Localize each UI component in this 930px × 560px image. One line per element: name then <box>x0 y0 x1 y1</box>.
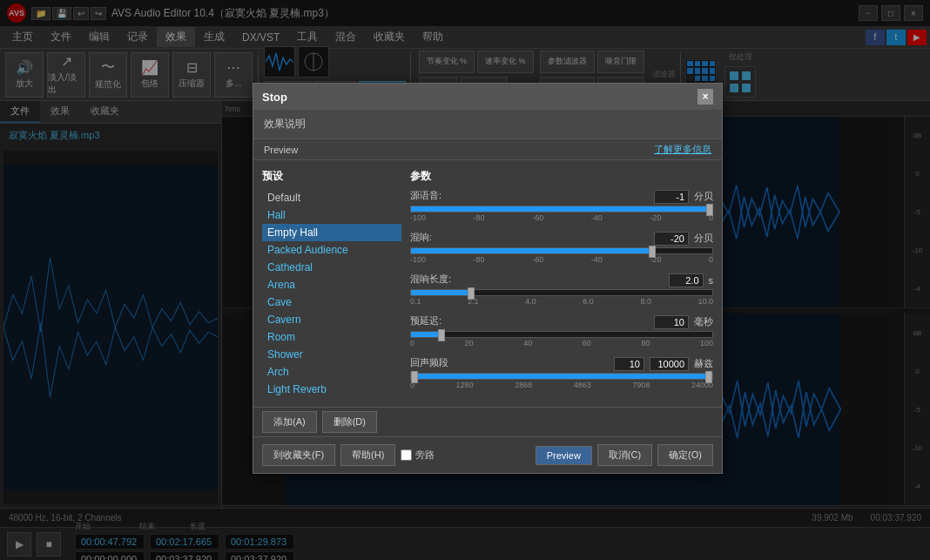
duration-fill <box>411 290 471 295</box>
effect-desc-label: 效果说明 <box>264 118 306 130</box>
preset-cavern[interactable]: Cavern <box>262 311 401 328</box>
preview-bar: Preview 了解更多信息 <box>253 139 722 160</box>
bypass-checkbox[interactable] <box>401 449 412 461</box>
duration-row: 混响长度: s 0.1 2.1 4.0 <box>410 273 713 306</box>
predelay-value[interactable] <box>654 315 689 329</box>
freq-track[interactable] <box>410 373 713 380</box>
source-vol-handle[interactable] <box>706 204 713 216</box>
preset-cathedral[interactable]: Cathedral <box>262 259 401 276</box>
freq-handle-left[interactable] <box>411 371 418 383</box>
preset-packed[interactable]: Packed Audience <box>262 241 401 259</box>
collect-btn[interactable]: 到收藏夹(F) <box>262 444 335 466</box>
preset-shower[interactable]: Shower <box>262 346 401 363</box>
source-vol-track[interactable] <box>410 206 713 213</box>
duration-slider[interactable]: 0.1 2.1 4.0 6.0 8.0 10.0 <box>410 289 713 306</box>
preset-arena[interactable]: Arena <box>262 276 401 293</box>
modal-title: Stop <box>262 91 287 104</box>
freq-label: 回声频段 <box>410 356 448 369</box>
preview-btn[interactable]: Preview <box>536 446 592 465</box>
mix-unit: 分贝 <box>694 232 713 245</box>
modal-titlebar: Stop × <box>253 84 722 110</box>
preset-room[interactable]: Room <box>262 328 401 346</box>
cancel-btn[interactable]: 取消(C) <box>597 444 652 466</box>
predelay-track[interactable] <box>410 331 713 338</box>
predelay-fill <box>411 332 441 337</box>
freq-slider[interactable]: 0 1280 2868 4863 7908 24000 <box>410 373 713 389</box>
source-vol-value[interactable] <box>654 190 689 204</box>
freq-min-value[interactable] <box>614 357 644 371</box>
modal-main: 预设 Default Hall Empty Hall Packed Audien… <box>253 160 722 407</box>
preset-default[interactable]: Default <box>262 189 401 206</box>
mix-value[interactable] <box>654 232 689 246</box>
source-vol-fill <box>411 206 710 212</box>
modal-overlay: Stop × 效果说明 Preview 了解更多信息 预设 Default Ha… <box>0 0 930 560</box>
mix-label: 混响: <box>410 231 432 244</box>
ok-btn[interactable]: 确定(O) <box>657 444 713 466</box>
modal-close-btn[interactable]: × <box>698 89 713 105</box>
effect-description: 效果说明 <box>253 110 722 139</box>
modal-footer-bottom: 到收藏夹(F) 帮助(H) 旁路 Preview 取消(C) 确定(O) <box>253 436 722 473</box>
mix-slider[interactable]: -100 -80 -60 -40 -20 0 <box>410 247 713 264</box>
duration-value[interactable] <box>669 273 704 287</box>
params-column: 参数 源语音: 分贝 -100 <box>410 169 713 398</box>
predelay-row: 预延迟: 毫秒 0 20 40 <box>410 314 713 347</box>
mix-track[interactable] <box>410 247 713 254</box>
presets-column: 预设 Default Hall Empty Hall Packed Audien… <box>262 169 401 398</box>
source-vol-scale: -100 -80 -60 -40 -20 0 <box>410 213 713 222</box>
duration-unit: s <box>709 275 714 286</box>
reverb-modal: Stop × 效果说明 Preview 了解更多信息 预设 Default Ha… <box>253 83 723 474</box>
help-btn[interactable]: 帮助(H) <box>340 444 395 466</box>
params-title: 参数 <box>410 169 713 184</box>
duration-label: 混响长度: <box>410 273 451 286</box>
predelay-label: 预延迟: <box>410 314 441 327</box>
preview-label: Preview <box>264 145 298 155</box>
bypass-label: 旁路 <box>415 449 435 462</box>
predelay-slider[interactable]: 0 20 40 60 80 100 <box>410 331 713 347</box>
add-preset-btn[interactable]: 添加(A) <box>262 411 317 433</box>
preset-cave[interactable]: Cave <box>262 293 401 311</box>
mix-scale: -100 -80 -60 -40 -20 0 <box>410 255 713 264</box>
preset-light-reverb[interactable]: Light Reverb <box>262 381 401 398</box>
freq-fill <box>411 374 712 379</box>
source-vol-row: 源语音: 分贝 -100 -80 -60 <box>410 189 713 222</box>
bypass-checkbox-label: 旁路 <box>401 449 435 462</box>
source-vol-slider[interactable]: -100 -80 -60 -40 -20 0 <box>410 206 713 222</box>
delete-preset-btn[interactable]: 删除(D) <box>322 411 377 433</box>
freq-max-value[interactable] <box>650 357 689 371</box>
preset-arch[interactable]: Arch <box>262 363 401 381</box>
preset-hall[interactable]: Hall <box>262 206 401 224</box>
mix-fill <box>411 248 652 253</box>
freq-row: 回声频段 赫兹 0 1280 <box>410 356 713 389</box>
freq-scale: 0 1280 2868 4863 7908 24000 <box>410 381 713 389</box>
freq-handle-right[interactable] <box>705 371 712 383</box>
predelay-handle[interactable] <box>438 329 445 341</box>
mix-row: 混响: 分贝 -100 -80 -60 <box>410 231 713 264</box>
predelay-scale: 0 20 40 60 80 100 <box>410 339 713 347</box>
source-vol-unit: 分贝 <box>694 190 713 203</box>
presets-title: 预设 <box>262 169 401 184</box>
more-info-link[interactable]: 了解更多信息 <box>654 143 711 156</box>
preset-empty-hall[interactable]: Empty Hall <box>262 224 401 241</box>
source-vol-label: 源语音: <box>410 189 441 202</box>
duration-handle[interactable] <box>468 287 475 300</box>
predelay-unit: 毫秒 <box>694 315 713 328</box>
duration-track[interactable] <box>410 289 713 296</box>
duration-scale: 0.1 2.1 4.0 6.0 8.0 10.0 <box>410 297 713 306</box>
freq-unit: 赫兹 <box>694 357 713 370</box>
modal-footer-top: 添加(A) 删除(D) <box>253 407 722 436</box>
mix-handle[interactable] <box>649 246 656 258</box>
